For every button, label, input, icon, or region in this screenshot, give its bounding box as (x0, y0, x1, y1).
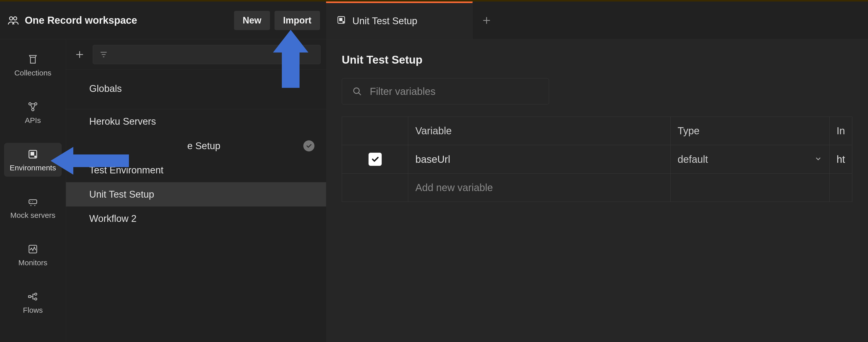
nav-rail: Collections APIs Environments Mock serve… (0, 39, 66, 342)
page-title: Unit Test Setup (342, 54, 852, 66)
active-env-check-icon (303, 140, 314, 151)
environments-panel: Globals Heroku Servers e Setup Test Envi… (66, 39, 326, 342)
env-item-label: e Setup (187, 141, 220, 151)
tab-environment[interactable]: Unit Test Setup (326, 1, 473, 39)
table-row-add[interactable]: Add new variable (342, 174, 852, 202)
cell-initial[interactable]: ht (829, 145, 852, 174)
env-item[interactable]: Unit Test Setup (66, 182, 326, 206)
env-item[interactable]: e Setup (66, 134, 326, 158)
svg-rect-6 (31, 152, 34, 155)
svg-point-15 (343, 22, 344, 23)
rail-item-mock-servers[interactable]: Mock servers (4, 190, 62, 224)
svg-point-7 (35, 156, 36, 157)
rail-item-flows[interactable]: Flows (4, 285, 62, 319)
cell-type[interactable]: default (670, 145, 829, 174)
cell-type-value: default (678, 154, 708, 165)
col-variable: Variable (408, 117, 671, 145)
rail-label: Environments (10, 164, 56, 172)
env-item-label: Unit Test Setup (89, 189, 154, 200)
env-item[interactable]: Test Environment (66, 158, 326, 182)
workspace-header: One Record workspace New Import (0, 1, 326, 39)
svg-point-0 (10, 16, 13, 20)
svg-point-11 (35, 293, 37, 295)
rail-label: Flows (23, 306, 43, 314)
add-variable-placeholder[interactable]: Add new variable (408, 174, 671, 202)
svg-point-1 (14, 16, 17, 20)
chevron-down-icon (814, 154, 822, 165)
col-type: Type (670, 117, 829, 145)
env-group-label: Heroku Servers (89, 116, 156, 127)
cell-variable[interactable]: baseUrl (408, 145, 671, 174)
workspace-name[interactable]: One Record workspace (25, 14, 137, 26)
env-globals-label: Globals (89, 83, 122, 94)
env-item[interactable]: Workflow 2 (66, 206, 326, 231)
env-item-label: Test Environment (89, 165, 163, 176)
filter-variables-input[interactable]: Filter variables (342, 78, 549, 104)
rail-label: APIs (25, 116, 41, 125)
people-icon (7, 14, 19, 27)
rail-label: Monitors (18, 259, 47, 267)
svg-rect-10 (29, 296, 31, 298)
create-environment-button[interactable] (71, 46, 88, 63)
svg-point-16 (353, 88, 359, 93)
svg-point-4 (32, 108, 34, 111)
rail-item-monitors[interactable]: Monitors (4, 238, 62, 272)
variables-table: Variable Type In baseUrl (342, 116, 852, 202)
new-tab-button[interactable] (473, 1, 500, 39)
table-row[interactable]: baseUrl default ht (342, 145, 852, 174)
filter-variables-placeholder: Filter variables (370, 86, 436, 97)
env-item-label: Workflow 2 (89, 213, 136, 224)
rail-item-apis[interactable]: APIs (4, 95, 62, 129)
row-enabled-checkbox[interactable] (369, 153, 382, 166)
env-group-header[interactable]: Heroku Servers (66, 109, 326, 134)
import-button[interactable]: Import (275, 11, 320, 30)
rail-label: Collections (14, 69, 52, 77)
filter-environments-input[interactable] (93, 45, 320, 64)
search-icon (351, 86, 363, 97)
tab-bar: Unit Test Setup (326, 1, 868, 39)
env-icon (336, 15, 346, 27)
rail-item-environments[interactable]: Environments (4, 143, 62, 177)
tab-label: Unit Test Setup (352, 15, 417, 27)
new-button[interactable]: New (234, 11, 270, 30)
svg-rect-14 (339, 18, 342, 21)
rail-label: Mock servers (10, 211, 55, 219)
env-globals[interactable]: Globals (66, 70, 326, 107)
rail-item-collections[interactable]: Collections (4, 48, 62, 82)
svg-point-12 (35, 298, 37, 300)
table-header-row: Variable Type In (342, 117, 852, 145)
col-initial: In (829, 117, 852, 145)
